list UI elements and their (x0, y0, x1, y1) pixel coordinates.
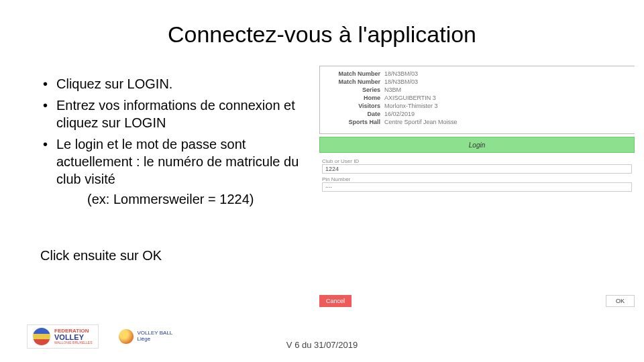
value-match-number: 18/N3BM/03 (384, 70, 418, 77)
table-row: Sports HallCentre Sportif Jean Moisse (327, 119, 628, 125)
example-text: (ex: Lommersweiler = 1224) (40, 192, 315, 207)
value-sports-hall: Centre Sportif Jean Moisse (384, 119, 458, 125)
table-row: Match Number18/N3BM/03 (327, 78, 628, 85)
bullet-2: Entrez vos informations de connexion et … (40, 97, 315, 131)
table-row: HomeAXISGUIBERTIN 3 (327, 95, 628, 101)
login-button[interactable]: Login (319, 137, 635, 153)
label-home: Home (327, 95, 384, 101)
label-match-number: Match Number (327, 70, 384, 77)
app-screenshot: Match Number18/N3BM/03 Match Number18/N3… (319, 66, 635, 192)
match-info-box: Match Number18/N3BM/03 Match Number18/N3… (319, 66, 635, 134)
footer-version: V 6 du 31/07/2019 (0, 340, 644, 350)
bullet-3: Le login et le mot de passe sont actuell… (40, 135, 315, 188)
page-title: Connectez-vous à l'application (0, 21, 644, 48)
bullet-1: Cliquez sur LOGIN. (40, 75, 315, 93)
pin-label: Pin Number (322, 176, 632, 182)
value-match-number: 18/N3BM/03 (384, 78, 418, 85)
label-visitors: Visitors (327, 103, 384, 109)
cancel-button[interactable]: Cancel (319, 295, 352, 307)
ok-button[interactable]: OK (606, 295, 635, 307)
label-series: Series (327, 86, 384, 93)
buttons-row: Cancel OK (319, 295, 635, 307)
label-date: Date (327, 111, 384, 117)
value-date: 16/02/2019 (384, 111, 415, 117)
login-form: Club or User ID 1224 Pin Number ···· (319, 153, 635, 192)
click-ok-text: Click ensuite sur OK (40, 248, 162, 263)
table-row: VisitorsMorlonx-Thimister 3 (327, 103, 628, 109)
value-series: N3BM (384, 86, 401, 93)
club-id-label: Club or User ID (322, 158, 632, 164)
instructions-block: Cliquez sur LOGIN. Entrez vos informatio… (40, 75, 315, 207)
pin-input[interactable]: ···· (322, 182, 632, 192)
table-row: Match Number18/N3BM/03 (327, 70, 628, 77)
table-row: Date16/02/2019 (327, 111, 628, 117)
value-visitors: Morlonx-Thimister 3 (384, 103, 438, 109)
value-home: AXISGUIBERTIN 3 (384, 95, 436, 101)
table-row: SeriesN3BM (327, 86, 628, 93)
club-id-input[interactable]: 1224 (322, 164, 632, 174)
label-sports-hall: Sports Hall (327, 119, 384, 125)
label-match-number: Match Number (327, 78, 384, 85)
